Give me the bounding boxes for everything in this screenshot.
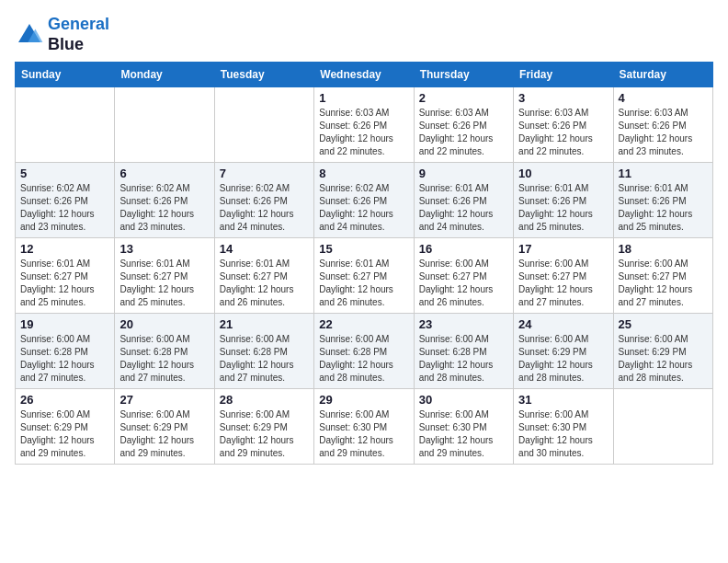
calendar-week-row: 5Sunrise: 6:02 AM Sunset: 6:26 PM Daylig… bbox=[16, 163, 713, 238]
calendar-cell: 16Sunrise: 6:00 AM Sunset: 6:27 PM Dayli… bbox=[414, 238, 513, 314]
calendar-header-tuesday: Tuesday bbox=[214, 63, 313, 87]
logo-text: General Blue bbox=[48, 15, 109, 54]
calendar-header-thursday: Thursday bbox=[414, 63, 513, 87]
calendar-cell: 10Sunrise: 6:01 AM Sunset: 6:26 PM Dayli… bbox=[514, 163, 613, 238]
day-number: 17 bbox=[518, 242, 608, 256]
day-info: Sunrise: 6:00 AM Sunset: 6:27 PM Dayligh… bbox=[619, 258, 708, 309]
day-info: Sunrise: 6:00 AM Sunset: 6:27 PM Dayligh… bbox=[419, 258, 508, 309]
day-info: Sunrise: 6:00 AM Sunset: 6:29 PM Dayligh… bbox=[119, 408, 209, 460]
day-number: 12 bbox=[20, 242, 109, 256]
day-info: Sunrise: 6:02 AM Sunset: 6:26 PM Dayligh… bbox=[220, 182, 309, 234]
day-info: Sunrise: 6:00 AM Sunset: 6:28 PM Dayligh… bbox=[220, 333, 309, 385]
day-number: 24 bbox=[518, 317, 608, 331]
calendar-cell: 20Sunrise: 6:00 AM Sunset: 6:28 PM Dayli… bbox=[115, 314, 214, 389]
day-number: 31 bbox=[518, 393, 608, 407]
day-number: 3 bbox=[518, 91, 608, 105]
calendar-cell: 31Sunrise: 6:00 AM Sunset: 6:30 PM Dayli… bbox=[514, 389, 613, 465]
day-number: 1 bbox=[319, 91, 408, 105]
calendar-cell: 4Sunrise: 6:03 AM Sunset: 6:26 PM Daylig… bbox=[613, 87, 712, 163]
calendar-cell: 29Sunrise: 6:00 AM Sunset: 6:30 PM Dayli… bbox=[314, 389, 414, 465]
day-number: 22 bbox=[319, 317, 408, 331]
calendar-week-row: 26Sunrise: 6:00 AM Sunset: 6:29 PM Dayli… bbox=[16, 389, 713, 465]
calendar-header-friday: Friday bbox=[514, 63, 613, 87]
day-info: Sunrise: 6:01 AM Sunset: 6:27 PM Dayligh… bbox=[319, 258, 408, 309]
day-info: Sunrise: 6:01 AM Sunset: 6:27 PM Dayligh… bbox=[20, 258, 109, 309]
day-number: 5 bbox=[20, 167, 109, 180]
logo-icon bbox=[15, 20, 44, 50]
page-header: General Blue bbox=[15, 15, 713, 54]
logo: General Blue bbox=[15, 15, 109, 54]
day-info: Sunrise: 6:00 AM Sunset: 6:30 PM Dayligh… bbox=[319, 408, 408, 460]
day-number: 2 bbox=[419, 91, 508, 105]
day-info: Sunrise: 6:00 AM Sunset: 6:28 PM Dayligh… bbox=[119, 333, 209, 385]
day-info: Sunrise: 6:00 AM Sunset: 6:28 PM Dayligh… bbox=[319, 333, 408, 385]
day-number: 30 bbox=[419, 393, 508, 407]
calendar-table: SundayMondayTuesdayWednesdayThursdayFrid… bbox=[15, 62, 713, 465]
calendar-cell: 15Sunrise: 6:01 AM Sunset: 6:27 PM Dayli… bbox=[314, 238, 414, 314]
day-number: 21 bbox=[220, 317, 309, 331]
day-number: 27 bbox=[119, 393, 209, 407]
day-info: Sunrise: 6:00 AM Sunset: 6:30 PM Dayligh… bbox=[419, 408, 508, 460]
day-info: Sunrise: 6:01 AM Sunset: 6:27 PM Dayligh… bbox=[220, 258, 309, 309]
day-number: 26 bbox=[20, 393, 109, 407]
calendar-cell bbox=[214, 87, 313, 163]
calendar-cell: 2Sunrise: 6:03 AM Sunset: 6:26 PM Daylig… bbox=[414, 87, 513, 163]
calendar-header-row: SundayMondayTuesdayWednesdayThursdayFrid… bbox=[16, 63, 713, 87]
calendar-cell: 11Sunrise: 6:01 AM Sunset: 6:26 PM Dayli… bbox=[613, 163, 712, 238]
day-info: Sunrise: 6:03 AM Sunset: 6:26 PM Dayligh… bbox=[319, 107, 408, 158]
day-info: Sunrise: 6:00 AM Sunset: 6:29 PM Dayligh… bbox=[619, 333, 708, 385]
calendar-cell: 28Sunrise: 6:00 AM Sunset: 6:29 PM Dayli… bbox=[214, 389, 313, 465]
calendar-cell: 6Sunrise: 6:02 AM Sunset: 6:26 PM Daylig… bbox=[115, 163, 214, 238]
day-number: 16 bbox=[419, 242, 508, 256]
day-number: 20 bbox=[119, 317, 209, 331]
calendar-cell: 27Sunrise: 6:00 AM Sunset: 6:29 PM Dayli… bbox=[115, 389, 214, 465]
day-number: 4 bbox=[619, 91, 708, 105]
day-number: 7 bbox=[220, 167, 309, 180]
calendar-cell: 8Sunrise: 6:02 AM Sunset: 6:26 PM Daylig… bbox=[314, 163, 414, 238]
calendar-cell: 18Sunrise: 6:00 AM Sunset: 6:27 PM Dayli… bbox=[613, 238, 712, 314]
day-info: Sunrise: 6:03 AM Sunset: 6:26 PM Dayligh… bbox=[619, 107, 708, 158]
calendar-header-monday: Monday bbox=[115, 63, 214, 87]
day-number: 28 bbox=[220, 393, 309, 407]
day-number: 23 bbox=[419, 317, 508, 331]
day-info: Sunrise: 6:00 AM Sunset: 6:28 PM Dayligh… bbox=[20, 333, 109, 385]
calendar-cell: 19Sunrise: 6:00 AM Sunset: 6:28 PM Dayli… bbox=[16, 314, 115, 389]
day-info: Sunrise: 6:02 AM Sunset: 6:26 PM Dayligh… bbox=[319, 182, 408, 234]
day-number: 13 bbox=[119, 242, 209, 256]
calendar-cell: 5Sunrise: 6:02 AM Sunset: 6:26 PM Daylig… bbox=[16, 163, 115, 238]
calendar-cell: 30Sunrise: 6:00 AM Sunset: 6:30 PM Dayli… bbox=[414, 389, 513, 465]
calendar-cell: 23Sunrise: 6:00 AM Sunset: 6:28 PM Dayli… bbox=[414, 314, 513, 389]
day-info: Sunrise: 6:03 AM Sunset: 6:26 PM Dayligh… bbox=[419, 107, 508, 158]
day-info: Sunrise: 6:01 AM Sunset: 6:26 PM Dayligh… bbox=[419, 182, 508, 234]
day-info: Sunrise: 6:00 AM Sunset: 6:28 PM Dayligh… bbox=[419, 333, 508, 385]
day-info: Sunrise: 6:00 AM Sunset: 6:29 PM Dayligh… bbox=[220, 408, 309, 460]
day-info: Sunrise: 6:02 AM Sunset: 6:26 PM Dayligh… bbox=[20, 182, 109, 234]
day-info: Sunrise: 6:00 AM Sunset: 6:29 PM Dayligh… bbox=[518, 333, 608, 385]
day-number: 8 bbox=[319, 167, 408, 180]
calendar-cell: 21Sunrise: 6:00 AM Sunset: 6:28 PM Dayli… bbox=[214, 314, 313, 389]
day-info: Sunrise: 6:01 AM Sunset: 6:26 PM Dayligh… bbox=[619, 182, 708, 234]
calendar-cell: 1Sunrise: 6:03 AM Sunset: 6:26 PM Daylig… bbox=[314, 87, 414, 163]
calendar-cell: 14Sunrise: 6:01 AM Sunset: 6:27 PM Dayli… bbox=[214, 238, 313, 314]
day-info: Sunrise: 6:02 AM Sunset: 6:26 PM Dayligh… bbox=[119, 182, 209, 234]
calendar-week-row: 19Sunrise: 6:00 AM Sunset: 6:28 PM Dayli… bbox=[16, 314, 713, 389]
day-number: 14 bbox=[220, 242, 309, 256]
day-number: 15 bbox=[319, 242, 408, 256]
day-info: Sunrise: 6:00 AM Sunset: 6:27 PM Dayligh… bbox=[518, 258, 608, 309]
calendar-header-saturday: Saturday bbox=[613, 63, 712, 87]
calendar-cell bbox=[16, 87, 115, 163]
day-info: Sunrise: 6:01 AM Sunset: 6:26 PM Dayligh… bbox=[518, 182, 608, 234]
calendar-cell: 22Sunrise: 6:00 AM Sunset: 6:28 PM Dayli… bbox=[314, 314, 414, 389]
calendar-header-sunday: Sunday bbox=[16, 63, 115, 87]
day-number: 19 bbox=[20, 317, 109, 331]
calendar-cell: 9Sunrise: 6:01 AM Sunset: 6:26 PM Daylig… bbox=[414, 163, 513, 238]
calendar-cell: 12Sunrise: 6:01 AM Sunset: 6:27 PM Dayli… bbox=[16, 238, 115, 314]
day-info: Sunrise: 6:03 AM Sunset: 6:26 PM Dayligh… bbox=[518, 107, 608, 158]
day-info: Sunrise: 6:00 AM Sunset: 6:29 PM Dayligh… bbox=[20, 408, 109, 460]
calendar-cell: 24Sunrise: 6:00 AM Sunset: 6:29 PM Dayli… bbox=[514, 314, 613, 389]
day-number: 18 bbox=[619, 242, 708, 256]
day-info: Sunrise: 6:01 AM Sunset: 6:27 PM Dayligh… bbox=[119, 258, 209, 309]
calendar-cell: 26Sunrise: 6:00 AM Sunset: 6:29 PM Dayli… bbox=[16, 389, 115, 465]
day-number: 6 bbox=[119, 167, 209, 180]
day-info: Sunrise: 6:00 AM Sunset: 6:30 PM Dayligh… bbox=[518, 408, 608, 460]
